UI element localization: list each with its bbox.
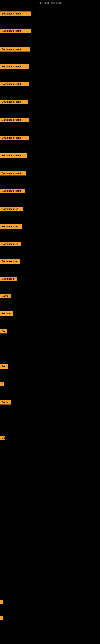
badge-row: Bottleneck res [0, 207, 23, 212]
badge-row: Bottleneck result [0, 82, 29, 87]
bottleneck-badge[interactable]: B [0, 382, 4, 386]
bottleneck-badge[interactable]: Bottleneck result [0, 29, 31, 33]
badge-row: Bottleneck result [0, 100, 28, 105]
vertical-indicator-1 [0, 599, 1, 605]
badge-row: Bottleneck result [0, 136, 29, 141]
badge-row: Bottlene [0, 311, 13, 316]
badge-row: Bottleneck result [0, 189, 25, 194]
bottleneck-badge[interactable]: Bottleneck result [0, 82, 29, 86]
bottleneck-badge[interactable]: Bottleneck res [0, 242, 21, 246]
bottleneck-badge[interactable]: Bottleneck result [0, 100, 28, 104]
badge-row: Bottleneck result [0, 171, 26, 176]
bottleneck-badge[interactable]: Bottleneck res [0, 224, 22, 229]
badge-row: Bottleneck result [0, 153, 27, 158]
bottleneck-badge[interactable]: Bottle [0, 400, 11, 404]
bottleneck-badge[interactable]: Bottleneck [0, 277, 17, 281]
badge-row: Bott [0, 364, 8, 370]
bottleneck-badge[interactable]: Bottleneck result [0, 118, 29, 122]
badge-row: Bottleneck result [0, 12, 31, 17]
bottleneck-badge[interactable]: Bottleneck result [0, 12, 31, 16]
bottleneck-badge[interactable]: Bottleneck result [0, 171, 26, 176]
bottleneck-badge[interactable]: Bo [0, 436, 5, 440]
badge-row: B [0, 382, 4, 387]
badge-row: Bottleneck result [0, 29, 31, 34]
bottleneck-badge[interactable]: Bottleneck res [0, 207, 23, 211]
badge-row: Bot [0, 329, 7, 334]
site-title: TheBottlenecker.com [0, 0, 100, 6]
badge-row: Bottleneck res [0, 242, 21, 247]
bottleneck-badge[interactable]: Bot [0, 329, 7, 334]
bottleneck-badge[interactable]: Bottleneck result [0, 153, 27, 158]
bottleneck-badge[interactable]: Bottleneck re [0, 259, 20, 264]
badge-row: Bottleneck res [0, 224, 22, 230]
badge-row: Bottle [0, 400, 11, 405]
badge-row: Bottle [0, 294, 11, 299]
badge-row: Bottleneck result [0, 47, 30, 52]
badge-row: Bo [0, 436, 5, 441]
page-wrapper: TheBottlenecker.com Bottleneck resultBot… [0, 0, 100, 644]
bottleneck-badge[interactable]: Bottle [0, 294, 11, 298]
vertical-indicator-2 [0, 615, 1, 621]
bottleneck-badge[interactable]: Bottlene [0, 311, 13, 316]
bottleneck-badge[interactable]: Bott [0, 364, 8, 369]
bottleneck-badge[interactable]: Bottleneck result [0, 47, 30, 52]
badge-row: Bottleneck result [0, 64, 29, 70]
bottleneck-badge[interactable]: Bottleneck result [0, 64, 29, 69]
bottleneck-badge[interactable]: Bottleneck result [0, 136, 29, 140]
badge-row: Bottleneck [0, 277, 17, 282]
badge-row: Bottleneck result [0, 118, 29, 123]
badge-row: Bottleneck re [0, 259, 20, 264]
bottleneck-badge[interactable]: Bottleneck result [0, 189, 25, 193]
